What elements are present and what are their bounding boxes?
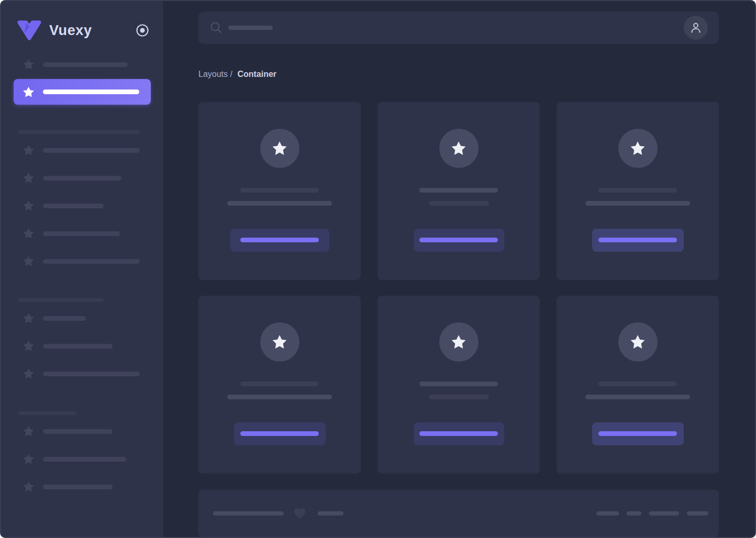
heart-icon[interactable] xyxy=(292,507,307,520)
avatar xyxy=(439,322,479,362)
nav-section-header-bar xyxy=(18,130,140,134)
brand-title: Vuexy xyxy=(49,23,92,39)
skeleton-text-bar xyxy=(429,395,489,399)
star-icon xyxy=(450,334,467,350)
placeholder-card xyxy=(557,296,719,474)
breadcrumb-parent[interactable]: Layouts / xyxy=(198,70,232,79)
placeholder-card xyxy=(198,296,361,474)
skeleton-text-bar xyxy=(43,89,139,94)
skeleton-text-bar xyxy=(43,344,113,349)
skeleton-text-bar xyxy=(43,429,113,434)
breadcrumb-current: Container xyxy=(237,70,276,79)
skeleton-text-bar xyxy=(687,511,708,515)
sidebar-item[interactable] xyxy=(14,311,151,325)
placeholder-button[interactable] xyxy=(414,422,504,445)
app-window: Vuexy xyxy=(0,0,756,538)
search-icon xyxy=(209,21,223,35)
placeholder-button[interactable] xyxy=(234,422,326,445)
placeholder-button[interactable] xyxy=(414,229,504,252)
avatar xyxy=(618,129,658,168)
skeleton-text-bar xyxy=(649,511,679,515)
skeleton-text-bar xyxy=(227,201,332,206)
skeleton-text-bar xyxy=(627,511,641,515)
footer-actions xyxy=(596,511,708,515)
star-icon xyxy=(21,255,35,267)
sidebar-header: Vuexy xyxy=(1,17,163,44)
placeholder-card xyxy=(377,296,540,474)
button-label-bar xyxy=(240,431,319,436)
sidebar-item[interactable] xyxy=(14,143,151,157)
button-label-bar xyxy=(419,238,498,242)
sidebar-item[interactable] xyxy=(14,171,151,185)
star-icon xyxy=(271,140,288,156)
avatar xyxy=(439,129,479,168)
vuexy-logo-icon xyxy=(16,20,43,41)
placeholder-card xyxy=(198,102,361,280)
star-icon xyxy=(21,58,35,71)
sidebar-item[interactable] xyxy=(14,424,151,438)
skeleton-text-bar xyxy=(43,204,104,208)
star-icon xyxy=(271,334,288,350)
skeleton-text-bar xyxy=(598,188,677,193)
sidebar-item[interactable] xyxy=(14,58,151,71)
sidebar-item[interactable] xyxy=(14,367,151,380)
skeleton-text-bar xyxy=(585,201,690,206)
skeleton-text-bar xyxy=(318,511,343,515)
breadcrumb: Layouts / Container xyxy=(198,69,719,79)
skeleton-text-bar xyxy=(43,316,86,321)
star-icon xyxy=(629,140,646,156)
star-icon xyxy=(21,425,35,438)
skeleton-text-bar xyxy=(43,485,113,489)
skeleton-text-bar xyxy=(43,176,121,181)
skeleton-text-bar xyxy=(43,148,140,153)
skeleton-text-bar xyxy=(43,372,140,376)
star-icon xyxy=(629,334,646,350)
placeholder-button[interactable] xyxy=(230,229,329,252)
footer-placeholder-card xyxy=(198,490,719,537)
star-icon xyxy=(21,340,35,352)
skeleton-text-bar xyxy=(598,382,677,386)
main-content: Layouts / Container xyxy=(163,1,755,537)
star-icon xyxy=(21,86,35,98)
button-label-bar xyxy=(240,238,319,242)
star-icon xyxy=(21,227,35,240)
sidebar-item[interactable] xyxy=(14,199,151,212)
skeleton-text-bar xyxy=(227,395,332,399)
card-grid xyxy=(198,102,719,474)
star-icon xyxy=(21,144,35,156)
sidebar-item[interactable] xyxy=(14,254,151,268)
skeleton-text-bar xyxy=(419,188,498,193)
skeleton-text-bar xyxy=(585,395,690,399)
button-label-bar xyxy=(598,431,677,436)
sidebar-item[interactable] xyxy=(14,480,151,494)
person-icon xyxy=(689,21,703,35)
skeleton-text-bar xyxy=(419,382,498,386)
search-placeholder-bar xyxy=(228,26,273,30)
sidebar-pin-toggle-icon[interactable] xyxy=(136,24,149,37)
sidebar-item[interactable] xyxy=(14,452,151,466)
placeholder-card xyxy=(377,102,540,280)
skeleton-text-bar xyxy=(240,188,319,193)
skeleton-text-bar xyxy=(43,457,126,462)
user-avatar-button[interactable] xyxy=(684,16,708,40)
placeholder-button[interactable] xyxy=(592,229,684,252)
nav-section-header-bar xyxy=(18,298,104,302)
sidebar-item[interactable] xyxy=(14,339,151,353)
skeleton-text-bar xyxy=(43,62,128,67)
sidebar-item[interactable] xyxy=(14,227,151,240)
star-icon xyxy=(21,367,35,380)
placeholder-card xyxy=(557,102,719,280)
search-input[interactable] xyxy=(209,21,684,35)
skeleton-text-bar xyxy=(429,201,489,206)
skeleton-text-bar xyxy=(596,511,619,515)
star-icon xyxy=(21,172,35,184)
topbar xyxy=(198,12,719,44)
sidebar: Vuexy xyxy=(1,1,163,537)
star-icon xyxy=(21,312,35,324)
sidebar-item-active[interactable] xyxy=(14,79,151,105)
star-icon xyxy=(21,199,35,212)
placeholder-button[interactable] xyxy=(592,422,684,445)
button-label-bar xyxy=(419,431,498,436)
avatar xyxy=(260,129,299,168)
skeleton-text-bar xyxy=(43,231,120,236)
